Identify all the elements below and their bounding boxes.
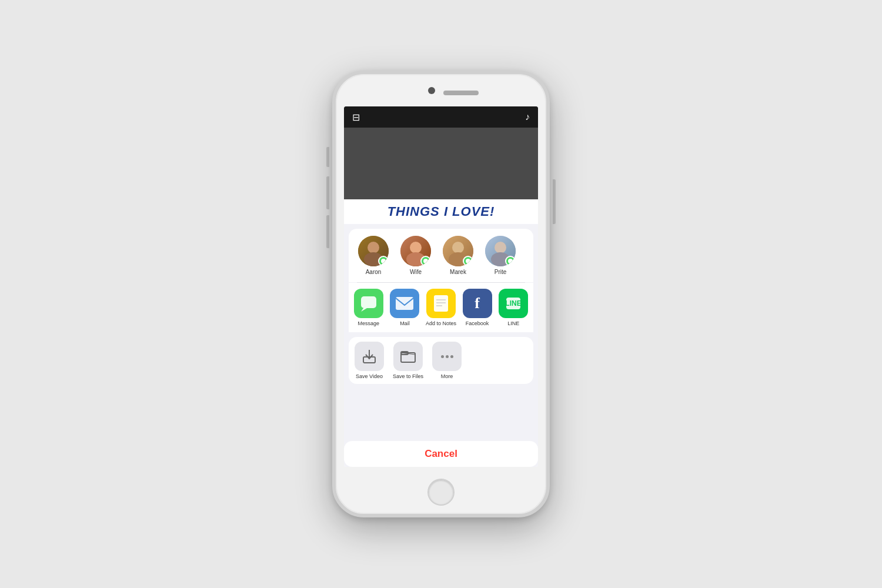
line-app-icon: LINE [499, 289, 528, 318]
app-item-line[interactable]: LINE LINE [496, 289, 531, 326]
avatar-marek [443, 236, 473, 266]
action-item-save-files[interactable]: Save to Files [390, 342, 426, 379]
app-item-facebook[interactable]: f Facebook [460, 289, 495, 326]
message-app-label: Message [358, 320, 380, 326]
avatar-wife [400, 236, 431, 266]
contact-badge-marek [463, 256, 473, 266]
app-item-mail[interactable]: Mail [387, 289, 423, 326]
music-icon[interactable]: ♪ [525, 112, 530, 122]
front-camera [428, 87, 435, 94]
svg-rect-8 [361, 296, 376, 308]
svg-text:LINE: LINE [506, 299, 522, 308]
facebook-app-label: Facebook [466, 320, 489, 326]
mute-button [326, 147, 329, 167]
action-item-more[interactable]: More [429, 342, 465, 379]
cancel-row: Cancel [344, 441, 538, 467]
power-button [553, 179, 556, 224]
contact-item-wife[interactable]: Wife [396, 236, 436, 275]
home-button[interactable] [427, 479, 455, 506]
save-files-label: Save to Files [393, 373, 423, 379]
contact-badge-aaron [378, 256, 389, 266]
content-title-bar: THINGS I LOVE! [344, 199, 538, 224]
contact-name-aaron: Aaron [366, 269, 382, 275]
content-title: THINGS I LOVE! [344, 204, 538, 219]
contact-name-prite: Prite [495, 269, 507, 275]
avatar-prite [485, 236, 516, 266]
volume-down-button [326, 215, 329, 248]
screen: ⊟ ♪ THINGS I LOVE! [344, 106, 538, 467]
svg-rect-11 [434, 295, 448, 312]
speaker [443, 91, 479, 95]
mail-app-icon [390, 289, 419, 318]
cancel-button[interactable]: Cancel [344, 441, 538, 467]
contact-badge-wife [420, 256, 431, 266]
facebook-app-icon: f [463, 289, 492, 318]
svg-rect-10 [396, 297, 413, 310]
line-app-label: LINE [507, 320, 519, 326]
phone-body: ⊟ ♪ THINGS I LOVE! [332, 71, 550, 517]
contacts-row: Aaron [349, 229, 533, 282]
contact-badge-prite [505, 256, 516, 266]
content-toolbar: ⊟ ♪ [344, 106, 538, 128]
svg-point-6 [495, 242, 506, 253]
more-label: More [441, 373, 453, 379]
video-area [344, 128, 538, 199]
svg-point-0 [368, 242, 379, 253]
volume-up-button [326, 176, 329, 209]
share-sheet: Aaron [344, 224, 538, 467]
actions-row: Save Video Save to Files [349, 337, 533, 384]
action-item-save-video[interactable]: Save Video [351, 342, 387, 379]
delete-icon[interactable]: ⊟ [352, 112, 360, 123]
save-video-icon [355, 342, 384, 371]
three-dots-icon [441, 355, 453, 358]
phone-device: ⊟ ♪ THINGS I LOVE! [332, 71, 550, 517]
avatar-aaron [358, 236, 389, 266]
mail-app-label: Mail [400, 320, 410, 326]
message-app-icon [354, 289, 383, 318]
notes-app-icon [426, 289, 456, 318]
app-item-notes[interactable]: Add to Notes [423, 289, 459, 326]
svg-point-2 [410, 242, 422, 253]
save-video-label: Save Video [356, 373, 383, 379]
apps-row: Message Mail [349, 283, 533, 332]
contact-name-marek: Marek [450, 269, 466, 275]
save-files-icon [393, 342, 423, 371]
contact-item-marek[interactable]: Marek [438, 236, 478, 275]
contact-item-prite[interactable]: Prite [480, 236, 520, 275]
app-item-message[interactable]: Message [351, 289, 386, 326]
svg-point-4 [452, 242, 464, 253]
more-icon [432, 342, 462, 371]
contact-name-wife: Wife [410, 269, 422, 275]
notes-app-label: Add to Notes [426, 320, 456, 326]
share-content: Aaron [344, 224, 538, 436]
contact-item-aaron[interactable]: Aaron [353, 236, 393, 275]
svg-marker-9 [361, 308, 367, 312]
content-area: ⊟ ♪ THINGS I LOVE! [344, 106, 538, 224]
